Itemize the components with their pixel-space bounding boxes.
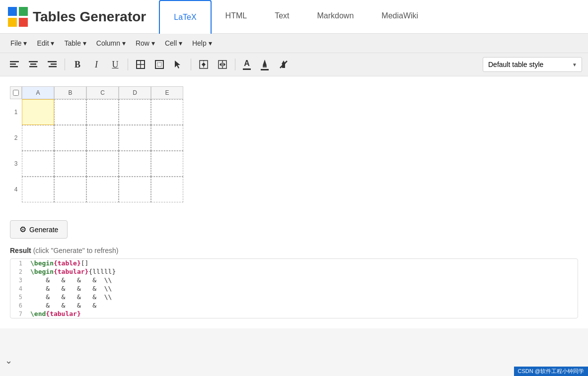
separator-1 (65, 59, 65, 70)
italic-btn[interactable]: I (88, 56, 105, 73)
select-all-cell[interactable] (10, 86, 22, 99)
merge-cells-btn[interactable] (195, 56, 212, 73)
cell-2a[interactable] (22, 125, 54, 151)
cell-3e[interactable] (151, 151, 183, 177)
menu-column[interactable]: Column ▾ (92, 37, 130, 50)
menu-edit[interactable]: Edit ▾ (32, 37, 59, 50)
menu-table[interactable]: Table ▾ (60, 37, 90, 50)
cell-4d[interactable] (119, 177, 151, 202)
cell-3c[interactable] (86, 151, 119, 177)
code-box[interactable]: 1 \begin{table}[] 2 \begin{tabular}{llll… (10, 258, 578, 318)
line-num-1: 1 (10, 260, 30, 267)
table-row-2 (22, 125, 183, 151)
code-line-3: 3 & & & & \\ (10, 276, 578, 284)
cell-1e[interactable] (151, 99, 183, 125)
menu-row[interactable]: Row ▾ (131, 37, 159, 50)
tab-latex[interactable]: LaTeX (159, 0, 211, 34)
svg-rect-10 (48, 61, 57, 63)
style-select[interactable]: Default table style Booktabs Simple No b… (483, 57, 582, 72)
result-hint: (click "Generate" to refresh) (33, 247, 119, 254)
col-header-b[interactable]: B (54, 86, 86, 99)
align-center-btn[interactable] (25, 56, 42, 73)
svg-rect-5 (10, 63, 16, 65)
tab-text[interactable]: Text (261, 0, 303, 33)
code-line-7: 7 \end{tabular} (10, 310, 578, 318)
row-num-2[interactable]: 2 (10, 125, 22, 151)
code-content-1: \begin{table}[] (30, 259, 88, 267)
line-num-6: 6 (10, 302, 30, 309)
font-color-btn[interactable]: A (239, 58, 254, 71)
cell-1d[interactable] (119, 99, 151, 125)
borders-all-icon (136, 60, 146, 69)
cell-4e[interactable] (151, 177, 183, 202)
cell-2c[interactable] (86, 125, 119, 151)
style-dropdown[interactable]: Default table style Booktabs Simple No b… (483, 57, 582, 72)
cell-4a[interactable] (22, 177, 54, 202)
borders-outer-btn[interactable] (151, 56, 168, 73)
col-header-a[interactable]: A (22, 86, 54, 99)
svg-rect-8 (30, 63, 36, 65)
no-color-icon (279, 60, 289, 69)
icon-toolbar: B I U (0, 53, 588, 76)
row-num-1[interactable]: 1 (10, 99, 22, 125)
cell-3d[interactable] (119, 151, 151, 177)
align-right-btn[interactable] (44, 56, 61, 73)
no-color-btn[interactable] (275, 56, 292, 73)
cell-1b[interactable] (54, 99, 86, 125)
borders-outer-icon (154, 60, 164, 69)
generate-label: Generate (29, 226, 58, 234)
cell-2d[interactable] (119, 125, 151, 151)
menu-help[interactable]: Help ▾ (188, 37, 217, 50)
svg-rect-30 (282, 64, 285, 68)
tab-html[interactable]: HTML (212, 0, 261, 33)
align-center-icon (28, 60, 38, 69)
split-cells-btn[interactable] (214, 56, 231, 73)
line-num-4: 4 (10, 285, 30, 292)
table-row-4 (22, 177, 183, 202)
col-header-c[interactable]: C (86, 86, 119, 99)
borders-all-btn[interactable] (132, 56, 149, 73)
result-label: Result (click "Generate" to refresh) (10, 247, 578, 254)
row-num-3[interactable]: 3 (10, 151, 22, 177)
bold-btn[interactable]: B (69, 56, 86, 73)
select-btn[interactable] (170, 56, 187, 73)
tab-mediawiki[interactable]: MediaWiki (368, 0, 432, 33)
line-num-2: 2 (10, 268, 30, 275)
table-row-3 (22, 151, 183, 177)
gear-icon: ⚙ (19, 225, 26, 234)
tab-markdown[interactable]: Markdown (303, 0, 368, 33)
generate-button[interactable]: ⚙ Generate (10, 220, 68, 239)
highlight-color-btn[interactable] (256, 57, 273, 72)
row-num-4[interactable]: 4 (10, 177, 22, 202)
cell-4b[interactable] (54, 177, 86, 202)
menu-cell[interactable]: Cell ▾ (160, 37, 187, 50)
cell-3b[interactable] (54, 151, 86, 177)
split-cells-icon (218, 60, 227, 69)
select-all-checkbox[interactable] (13, 90, 19, 96)
code-content-6: & & & & (30, 302, 96, 309)
cell-2e[interactable] (151, 125, 183, 151)
cell-1c[interactable] (86, 99, 119, 125)
svg-rect-1 (19, 7, 28, 16)
code-line-6: 6 & & & & (10, 301, 578, 310)
generate-area: ⚙ Generate (0, 212, 588, 247)
svg-rect-0 (8, 7, 17, 16)
separator-4 (235, 59, 235, 70)
cell-2b[interactable] (54, 125, 86, 151)
logo-area: Tables Generator (0, 0, 154, 33)
svg-marker-26 (223, 63, 225, 66)
cell-4c[interactable] (86, 177, 119, 202)
result-title: Result (10, 247, 31, 254)
cell-1a[interactable] (22, 99, 54, 125)
col-header-d[interactable]: D (119, 86, 151, 99)
menu-file[interactable]: File ▾ (6, 37, 31, 50)
merge-cells-icon (199, 60, 209, 69)
svg-rect-16 (155, 61, 163, 68)
svg-marker-21 (202, 63, 204, 66)
code-content-4: & & & & \\ (30, 285, 112, 292)
underline-btn[interactable]: U (107, 56, 124, 73)
align-left-btn[interactable] (6, 56, 23, 73)
col-header-e[interactable]: E (151, 86, 183, 99)
highlight-icon (260, 59, 270, 68)
cell-3a[interactable] (22, 151, 54, 177)
